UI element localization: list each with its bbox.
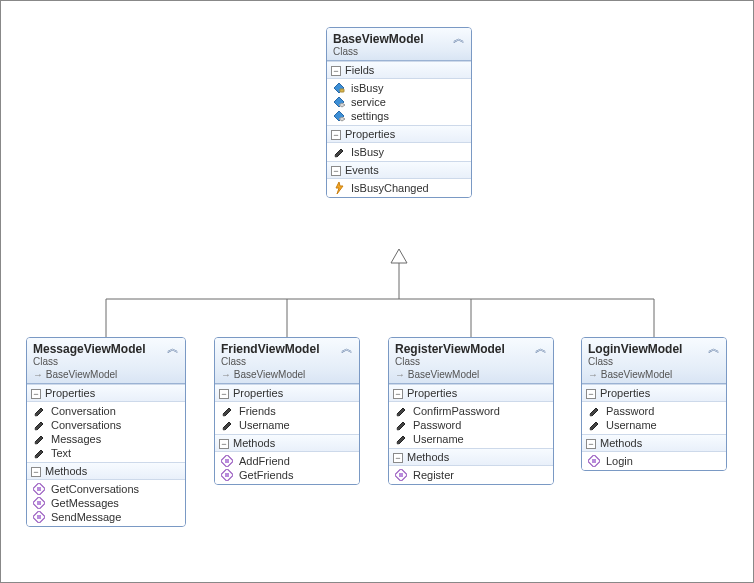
section-header[interactable]: −Properties bbox=[582, 384, 726, 402]
section-body: GetConversationsGetMessagesSendMessage bbox=[27, 480, 185, 526]
property-icon bbox=[221, 405, 233, 417]
section-body: IsBusyChanged bbox=[327, 179, 471, 197]
section-body: FriendsUsername bbox=[215, 402, 359, 434]
section-body: Register bbox=[389, 466, 553, 484]
member-name: Username bbox=[606, 419, 657, 431]
collapse-all-icon[interactable] bbox=[708, 342, 720, 354]
member-name: GetConversations bbox=[51, 483, 139, 495]
member-row[interactable]: settings bbox=[327, 109, 471, 123]
class-header[interactable]: FriendViewModelClassBaseViewModel bbox=[215, 338, 359, 384]
member-row[interactable]: service bbox=[327, 95, 471, 109]
property-icon bbox=[33, 419, 45, 431]
member-row[interactable]: Login bbox=[582, 454, 726, 468]
section-body: ConfirmPasswordPasswordUsername bbox=[389, 402, 553, 448]
section-body: PasswordUsername bbox=[582, 402, 726, 434]
member-name: Messages bbox=[51, 433, 101, 445]
section-collapse-toggle-icon[interactable]: − bbox=[219, 439, 229, 449]
section-header[interactable]: −Methods bbox=[27, 462, 185, 480]
member-row[interactable]: ConfirmPassword bbox=[389, 404, 553, 418]
class-header[interactable]: RegisterViewModelClassBaseViewModel bbox=[389, 338, 553, 384]
member-row[interactable]: Messages bbox=[27, 432, 185, 446]
member-row[interactable]: Conversation bbox=[27, 404, 185, 418]
section-body: AddFriendGetFriends bbox=[215, 452, 359, 484]
member-row[interactable]: SendMessage bbox=[27, 510, 185, 524]
member-row[interactable]: GetFriends bbox=[215, 468, 359, 482]
property-icon bbox=[395, 433, 407, 445]
svg-point-10 bbox=[35, 442, 38, 445]
section-collapse-toggle-icon[interactable]: − bbox=[219, 389, 229, 399]
member-row[interactable]: IsBusyChanged bbox=[327, 181, 471, 195]
svg-point-6 bbox=[335, 155, 338, 158]
class-stereotype: Class bbox=[588, 356, 720, 367]
collapse-all-icon[interactable] bbox=[535, 342, 547, 354]
class-message-view-model[interactable]: MessageViewModelClassBaseViewModel−Prope… bbox=[26, 337, 186, 527]
section-header[interactable]: −Methods bbox=[582, 434, 726, 452]
member-name: Password bbox=[606, 405, 654, 417]
class-login-view-model[interactable]: LoginViewModelClassBaseViewModel−Propert… bbox=[581, 337, 727, 471]
svg-point-8 bbox=[35, 414, 38, 417]
field-private-icon bbox=[333, 82, 345, 94]
member-row[interactable]: Username bbox=[389, 432, 553, 446]
section-header[interactable]: −Methods bbox=[215, 434, 359, 452]
member-name: isBusy bbox=[351, 82, 383, 94]
svg-point-29 bbox=[590, 414, 593, 417]
member-name: Conversation bbox=[51, 405, 116, 417]
section-collapse-toggle-icon[interactable]: − bbox=[393, 453, 403, 463]
method-icon bbox=[221, 455, 233, 467]
svg-rect-21 bbox=[225, 459, 229, 463]
class-base-view-model[interactable]: BaseViewModelClass−FieldsisBusyservicese… bbox=[326, 27, 472, 198]
section-collapse-toggle-icon[interactable]: − bbox=[586, 389, 596, 399]
member-row[interactable]: Register bbox=[389, 468, 553, 482]
member-row[interactable]: GetMessages bbox=[27, 496, 185, 510]
section-header[interactable]: −Properties bbox=[215, 384, 359, 402]
section-label: Methods bbox=[45, 465, 87, 477]
collapse-all-icon[interactable] bbox=[167, 342, 179, 354]
section-collapse-toggle-icon[interactable]: − bbox=[331, 130, 341, 140]
member-name: Register bbox=[413, 469, 454, 481]
member-row[interactable]: Username bbox=[582, 418, 726, 432]
member-row[interactable]: IsBusy bbox=[327, 145, 471, 159]
section-collapse-toggle-icon[interactable]: − bbox=[393, 389, 403, 399]
member-row[interactable]: GetConversations bbox=[27, 482, 185, 496]
class-header[interactable]: LoginViewModelClassBaseViewModel bbox=[582, 338, 726, 384]
section-label: Methods bbox=[233, 437, 275, 449]
member-row[interactable]: Password bbox=[582, 404, 726, 418]
collapse-all-icon[interactable] bbox=[453, 32, 465, 44]
class-base-reference: BaseViewModel bbox=[588, 369, 720, 380]
property-icon bbox=[588, 405, 600, 417]
member-row[interactable]: isBusy bbox=[327, 81, 471, 95]
class-header[interactable]: MessageViewModelClassBaseViewModel bbox=[27, 338, 185, 384]
class-header[interactable]: BaseViewModelClass bbox=[327, 28, 471, 61]
class-base-reference: BaseViewModel bbox=[221, 369, 353, 380]
section-header[interactable]: −Events bbox=[327, 161, 471, 179]
class-friend-view-model[interactable]: FriendViewModelClassBaseViewModel−Proper… bbox=[214, 337, 360, 485]
section-collapse-toggle-icon[interactable]: − bbox=[31, 389, 41, 399]
section-header[interactable]: −Methods bbox=[389, 448, 553, 466]
member-name: Friends bbox=[239, 405, 276, 417]
member-row[interactable]: Text bbox=[27, 446, 185, 460]
member-name: SendMessage bbox=[51, 511, 121, 523]
member-name: Username bbox=[413, 433, 464, 445]
collapse-all-icon[interactable] bbox=[341, 342, 353, 354]
section-header[interactable]: −Properties bbox=[389, 384, 553, 402]
section-label: Properties bbox=[45, 387, 95, 399]
member-row[interactable]: Friends bbox=[215, 404, 359, 418]
svg-point-9 bbox=[35, 428, 38, 431]
section-collapse-toggle-icon[interactable]: − bbox=[586, 439, 596, 449]
section-collapse-toggle-icon[interactable]: − bbox=[31, 467, 41, 477]
member-row[interactable]: Conversations bbox=[27, 418, 185, 432]
section-collapse-toggle-icon[interactable]: − bbox=[331, 166, 341, 176]
class-register-view-model[interactable]: RegisterViewModelClassBaseViewModel−Prop… bbox=[388, 337, 554, 485]
section-body: isBusyservicesettings bbox=[327, 79, 471, 125]
section-header[interactable]: −Properties bbox=[27, 384, 185, 402]
member-row[interactable]: AddFriend bbox=[215, 454, 359, 468]
section-header[interactable]: −Properties bbox=[327, 125, 471, 143]
section-header[interactable]: −Fields bbox=[327, 61, 471, 79]
svg-rect-17 bbox=[37, 515, 41, 519]
member-row[interactable]: Password bbox=[389, 418, 553, 432]
section-collapse-toggle-icon[interactable]: − bbox=[331, 66, 341, 76]
svg-rect-28 bbox=[399, 473, 403, 477]
member-row[interactable]: Username bbox=[215, 418, 359, 432]
property-icon bbox=[333, 146, 345, 158]
method-icon bbox=[395, 469, 407, 481]
